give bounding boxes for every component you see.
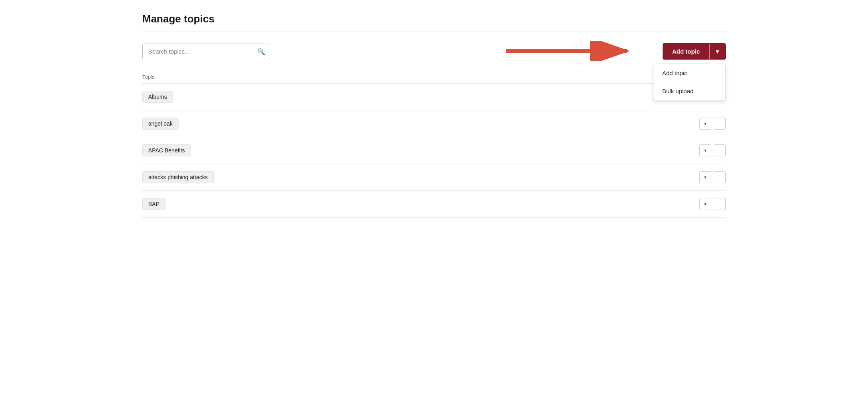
table-row: angel oak ▼ <box>142 110 726 137</box>
row-checkbox[interactable] <box>714 144 726 156</box>
topic-tag: Albums <box>142 91 173 103</box>
row-actions: ▼ <box>699 171 726 183</box>
add-topic-chevron-button[interactable]: ▼ <box>709 43 726 60</box>
chevron-down-icon: ▼ <box>715 48 720 55</box>
page-divider <box>142 32 726 32</box>
row-checkbox[interactable] <box>714 198 726 210</box>
topic-tag: BAP <box>142 198 165 210</box>
dropdown-item-bulk-upload[interactable]: Bulk upload <box>654 82 725 100</box>
row-dropdown-button[interactable]: ▼ <box>699 198 711 210</box>
table-row: attacks phishing attacks ▼ <box>142 164 726 191</box>
topic-tag: APAC Benefits <box>142 144 191 156</box>
add-topic-dropdown: Add topic Bulk upload <box>654 64 726 100</box>
topics-list: Albums angel oak ▼ APAC Benefits ▼ attac… <box>142 84 726 218</box>
row-checkbox[interactable] <box>714 171 726 183</box>
toolbar: 🔍 Add topic ▼ <box>142 43 726 60</box>
dropdown-item-add-topic[interactable]: Add topic <box>654 64 725 82</box>
page-container: Manage topics 🔍 Add top <box>126 0 742 230</box>
add-topic-main-button[interactable]: Add topic <box>663 43 709 60</box>
row-dropdown-button[interactable]: ▼ <box>699 171 711 183</box>
add-topic-button-group: Add topic ▼ Add topic Bulk upload <box>663 43 726 60</box>
row-actions: ▼ <box>699 118 726 130</box>
table-row: APAC Benefits ▼ <box>142 137 726 164</box>
table-row: BAP ▼ <box>142 191 726 218</box>
arrow-annotation <box>506 41 634 62</box>
row-checkbox[interactable] <box>714 118 726 130</box>
search-input[interactable] <box>142 44 270 59</box>
row-actions: ▼ <box>699 198 726 210</box>
table-row: Albums <box>142 84 726 110</box>
topic-tag: attacks phishing attacks <box>142 171 214 183</box>
row-actions: ▼ <box>699 144 726 156</box>
page-title: Manage topics <box>142 13 726 25</box>
row-dropdown-button[interactable]: ▼ <box>699 144 711 156</box>
topic-column-header: Topic <box>142 71 726 84</box>
search-wrapper: 🔍 <box>142 44 270 59</box>
topic-tag: angel oak <box>142 118 179 130</box>
row-dropdown-button[interactable]: ▼ <box>699 118 711 130</box>
